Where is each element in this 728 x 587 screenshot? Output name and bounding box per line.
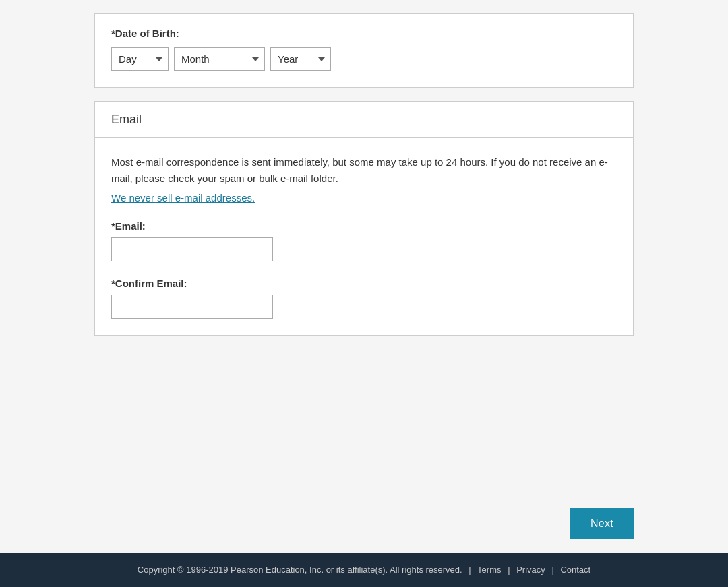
email-field-group: *Email: — [111, 220, 617, 261]
button-area: Next — [0, 501, 728, 553]
main-content: *Date of Birth: Day 1234 5678 9101112 13… — [0, 0, 728, 501]
dob-section: *Date of Birth: Day 1234 5678 9101112 13… — [94, 13, 634, 88]
footer-contact-link[interactable]: Contact — [560, 565, 590, 575]
footer-privacy-link[interactable]: Privacy — [516, 565, 545, 575]
confirm-email-input[interactable] — [111, 295, 273, 319]
footer-sep2: | — [508, 565, 510, 575]
dob-selects: Day 1234 5678 9101112 13141516 17181920 … — [111, 47, 617, 71]
confirm-email-label: *Confirm Email: — [111, 278, 617, 289]
month-select[interactable]: Month JanuaryFebruaryMarch AprilMayJune … — [174, 47, 265, 71]
email-section-body: Most e-mail correspondence is sent immed… — [95, 138, 633, 335]
footer-sep1: | — [468, 565, 471, 575]
confirm-email-field-group: *Confirm Email: — [111, 278, 617, 319]
footer-sep3: | — [551, 565, 553, 575]
email-info-text: Most e-mail correspondence is sent immed… — [111, 154, 617, 187]
year-select[interactable]: Year 201920182017 201620152010 200520001… — [270, 47, 331, 71]
next-button[interactable]: Next — [570, 508, 634, 539]
page-wrapper: *Date of Birth: Day 1234 5678 9101112 13… — [0, 0, 728, 587]
email-label: *Email: — [111, 220, 617, 232]
footer-terms-link[interactable]: Terms — [477, 565, 501, 575]
dob-label: *Date of Birth: — [111, 28, 617, 39]
email-section: Email Most e-mail correspondence is sent… — [94, 101, 634, 336]
footer-copyright: Copyright © 1996-2019 Pearson Education,… — [138, 565, 462, 575]
day-select[interactable]: Day 1234 5678 9101112 13141516 17181920 … — [111, 47, 169, 71]
email-input[interactable] — [111, 237, 273, 261]
email-section-heading: Email — [95, 102, 633, 138]
footer: Copyright © 1996-2019 Pearson Education,… — [0, 553, 728, 587]
email-privacy-link[interactable]: We never sell e-mail addresses. — [111, 192, 255, 204]
